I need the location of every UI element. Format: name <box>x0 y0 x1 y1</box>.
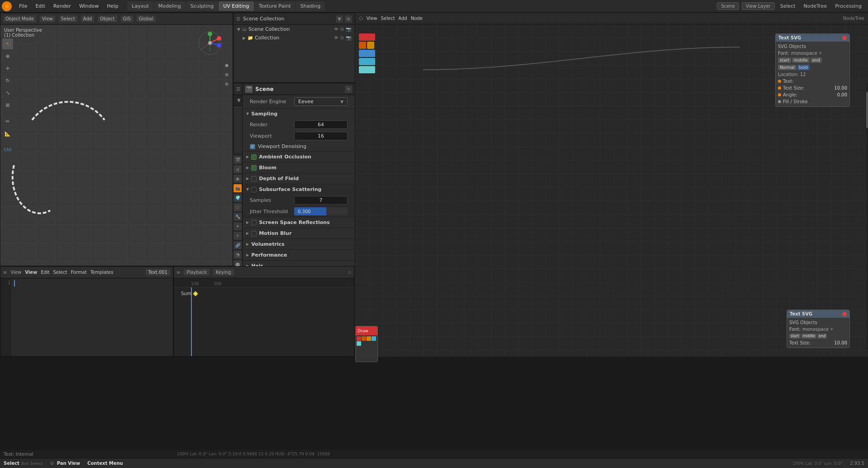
object-menu[interactable]: Object <box>98 15 117 22</box>
viewport-content[interactable]: User Perspective (1) Collection ↖ ⊕ ✛ ↻ … <box>0 25 233 266</box>
draw-color-cyan[interactable] <box>372 336 376 341</box>
prop-icon-world[interactable]: 🌍 <box>234 194 242 202</box>
color-swatch-red[interactable] <box>359 33 375 41</box>
tab-uv-editing[interactable]: UV Editing <box>219 1 253 11</box>
prop-icon-scene[interactable]: 🎬 <box>234 184 242 192</box>
select-menu-te[interactable]: Select <box>53 270 67 275</box>
ambient-occlusion-header[interactable]: ▶ ✓ Ambient Occlusion <box>243 152 355 162</box>
prop-icon-constraints[interactable]: 🔗 <box>234 241 242 249</box>
menu-file[interactable]: File <box>15 2 31 10</box>
node-btn-menu[interactable]: Node <box>411 16 423 21</box>
view-menu[interactable]: View <box>40 15 55 22</box>
node-close-btn[interactable] <box>842 36 847 40</box>
mb-checkbox[interactable] <box>251 231 257 236</box>
format-menu-te[interactable]: Format <box>71 270 86 275</box>
text-file-name[interactable]: Text.001 <box>146 269 171 276</box>
viewport-denoising-checkbox[interactable]: ✓ <box>250 144 255 149</box>
timeline-keyframe[interactable] <box>193 291 198 296</box>
prop-icon-render[interactable]: 🎬 <box>234 156 242 164</box>
mini-start-btn[interactable]: start <box>789 334 801 339</box>
menu-window[interactable]: Window <box>76 2 102 10</box>
cursor-tool[interactable]: ⊕ <box>2 51 13 62</box>
ssr-header[interactable]: ▶ Screen Space Reflections <box>243 217 355 228</box>
volumetrics-header[interactable]: ▶ Volumetrics <box>243 239 355 249</box>
mini-middle-btn[interactable]: middle <box>801 334 816 339</box>
prop-icon-physics[interactable]: ⚛ <box>234 232 242 240</box>
outliner-refresh-btn[interactable]: ⚙ <box>345 15 352 23</box>
edit-menu-te[interactable]: Edit <box>41 270 49 275</box>
select-tool[interactable]: ↖ <box>2 38 13 49</box>
bloom-checkbox[interactable]: ✓ <box>251 165 257 171</box>
annotate-tool[interactable]: ✏ <box>2 116 13 127</box>
draw-color-teal[interactable] <box>357 341 361 346</box>
tab-texture-paint[interactable]: Texture Paint <box>254 1 296 11</box>
color-swatch-cyan[interactable] <box>359 58 375 65</box>
sss-checkbox[interactable] <box>251 187 257 192</box>
render-engine-dropdown[interactable]: Eevee ▼ <box>294 97 348 106</box>
color-swatch-teal[interactable] <box>359 66 375 73</box>
prop-icon-object[interactable]: ⬡ <box>234 203 242 211</box>
add-btn[interactable]: Add <box>398 16 407 21</box>
prop-icon-output[interactable]: 🖨 <box>234 165 242 173</box>
style-normal-btn[interactable]: Normal <box>778 65 796 70</box>
prop-icon-view[interactable]: ◉ <box>234 175 242 183</box>
measure-tool[interactable]: 📐 <box>2 128 13 139</box>
text-menu[interactable]: View <box>25 270 37 275</box>
align-start-btn[interactable]: start <box>778 57 791 63</box>
scene-settings-btn[interactable]: ✎ <box>345 86 352 93</box>
keying-dropdown[interactable]: Keying <box>213 269 234 276</box>
align-end-btn[interactable]: end <box>811 57 822 63</box>
tab-sculpting[interactable]: Sculpting <box>186 1 218 11</box>
sampling-header[interactable]: ▼ Sampling <box>243 109 355 119</box>
add-menu[interactable]: Add <box>81 15 94 22</box>
sss-samples-value[interactable]: 7 <box>294 196 348 205</box>
timeline-content[interactable]: Sum <box>174 287 354 356</box>
svg-node-mini-header[interactable]: Text SVG <box>787 310 849 318</box>
node-canvas[interactable]: Text SVG SVG Objects Font: monospace ▼ s… <box>355 24 868 357</box>
outliner-item-collection[interactable]: ▶ 📁 Collection 👁⊙📷 <box>234 33 355 42</box>
global-dropdown[interactable]: Global <box>137 15 156 22</box>
object-mode-dropdown[interactable]: Object Mode <box>3 15 36 22</box>
color-swatch-blue[interactable] <box>359 50 375 57</box>
style-bold-btn[interactable]: bold <box>797 65 810 70</box>
viewport-value[interactable]: 16 <box>294 132 348 140</box>
mini-font-value[interactable]: monospace <box>802 327 829 332</box>
ao-checkbox[interactable]: ✓ <box>251 154 257 160</box>
select-btn[interactable]: Select <box>381 16 395 21</box>
view-btn[interactable]: View <box>367 16 377 21</box>
tab-layout[interactable]: Layout <box>127 1 153 11</box>
cad-tool[interactable]: CAD <box>2 144 13 155</box>
color-swatch-orange[interactable] <box>359 42 366 49</box>
outliner-filter-btn[interactable]: ▼ <box>336 15 343 23</box>
text-editor-content[interactable] <box>11 278 173 356</box>
mini-close-btn[interactable] <box>842 312 847 316</box>
draw-color-orange[interactable] <box>362 336 366 341</box>
sss-header[interactable]: ▼ Subsurface Scattering <box>243 184 355 195</box>
templates-menu-te[interactable]: Templates <box>91 270 114 275</box>
scale-tool[interactable]: ⤡ <box>2 87 13 98</box>
tab-modeling[interactable]: Modeling <box>154 1 186 11</box>
performance-header[interactable]: ▶ Performance <box>243 250 355 260</box>
svg-node-main-header[interactable]: Text SVG <box>776 34 849 42</box>
rotate-tool[interactable]: ↻ <box>2 75 13 86</box>
menu-render[interactable]: Render <box>50 2 75 10</box>
align-middle-btn[interactable]: middle <box>792 57 810 63</box>
render-value[interactable]: 64 <box>294 120 348 129</box>
tab-shading[interactable]: Shading <box>296 1 325 11</box>
menu-edit[interactable]: Edit <box>32 2 48 10</box>
gis-menu[interactable]: GIS <box>121 15 133 22</box>
draw-color-red[interactable] <box>357 336 361 341</box>
properties-scrollbar-thumb[interactable] <box>866 92 868 128</box>
menu-help[interactable]: Help <box>103 2 122 10</box>
playback-dropdown[interactable]: Playback <box>184 269 210 276</box>
jitter-slider[interactable]: 0.300 <box>294 207 348 215</box>
dof-checkbox[interactable] <box>251 176 257 181</box>
outliner-item-scene-collection[interactable]: ▼ 🗂 Scene Collection 👁⊙📷 <box>234 25 355 33</box>
gizmo[interactable] <box>196 29 224 57</box>
prop-icon-modifier[interactable]: 🔧 <box>234 213 242 221</box>
ssr-checkbox[interactable] <box>251 220 257 225</box>
move-tool[interactable]: ✛ <box>2 63 13 74</box>
prop-icon-particles[interactable]: ✦ <box>234 222 242 230</box>
draw-color-amber[interactable] <box>367 336 371 341</box>
dof-header[interactable]: ▶ Depth of Field <box>243 173 355 184</box>
